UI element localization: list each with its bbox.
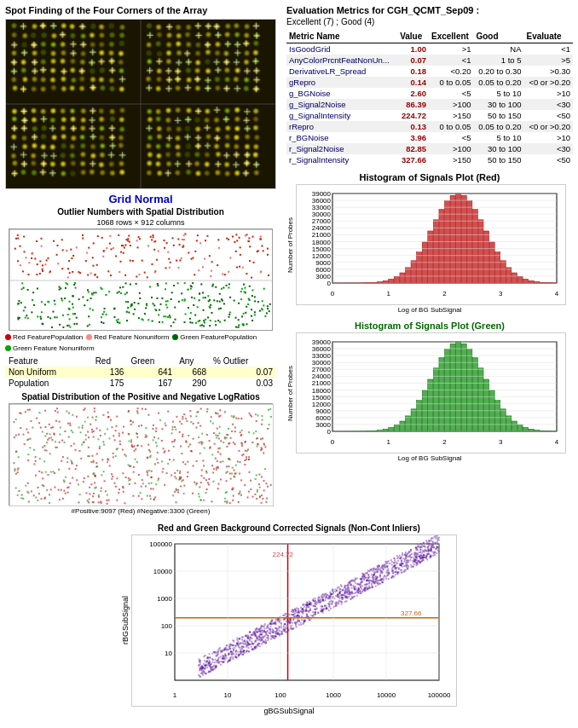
hist-red-xlabel: Log of BG SubSignal [286,306,573,314]
metric-evaluate: <50 [524,154,573,165]
cell-any-2: 290 [176,378,210,389]
metric-value: 0.14 [397,77,429,88]
outlier-subtitle: 1068 rows × 912 columns [5,218,276,227]
eval-subtitle: Excellent (7) ; Good (4) [286,17,573,26]
col-any: Any [176,355,210,367]
metric-excellent: 0 to 0.05 [429,77,473,88]
grid-normal-label: Grid Normal [5,193,276,205]
metric-excellent: >1 [429,43,473,55]
legend: Red FeaturePopulation Red Feature Nonuni… [5,333,276,352]
col-pct: % Outlier [210,355,276,367]
metric-name: IsGoodGrid [286,43,397,55]
metric-good: 0.05 to 0.20 [473,77,523,88]
metric-value: 0.07 [397,55,429,66]
metrics-col-good: Good [473,30,523,43]
metric-name: g_Signal2Noise [286,99,397,110]
legend-green-pop: Green FeaturePopulation [172,333,257,341]
histogram-red-title: Histogram of Signals Plot (Red) [286,172,573,182]
metric-good: 30 to 100 [473,99,523,110]
metric-excellent: >150 [429,110,473,121]
metric-good: 5 to 10 [473,132,523,143]
histogram-green-canvas [296,332,566,454]
legend-dot-green-pop [172,334,178,340]
metrics-col-evaluate: Evaluate [524,30,573,43]
metrics-col-excellent: Excellent [429,30,473,43]
metric-name: r_BGNoise [286,132,397,143]
cell-green-2: 167 [127,378,176,389]
outlier-title: Outlier Numbers with Spatial Distributio… [5,207,276,217]
histogram-red-canvas [296,184,566,305]
metric-evaluate: <30 [524,143,573,154]
legend-dot-red-pop [5,334,11,340]
legend-label-green-nonuniform: Green Feature Nonuniform [13,344,95,352]
metric-evaluate: <30 [524,99,573,110]
metric-name: DerivativeLR_Spread [286,66,397,77]
hist-green-xlabel: Log of BG SubSignal [286,454,573,462]
metric-value: 0.18 [397,66,429,77]
legend-red-nonuniform: Red Feature Nonuniform [86,333,169,341]
legend-red-pop: Red FeaturePopulation [5,333,83,341]
metric-good: 5 to 10 [473,88,523,99]
metric-good: 50 to 150 [473,154,523,165]
metric-excellent: <5 [429,88,473,99]
spatial-canvas [9,404,274,506]
metric-excellent: >150 [429,154,473,165]
metric-excellent: 0 to 0.05 [429,121,473,132]
metrics-table: Metric Name Value Excellent Good Evaluat… [286,30,573,165]
spatial-title: Spatial Distribution of the Positive and… [5,392,276,402]
metrics-col-value: Value [397,30,429,43]
metric-value: 3.96 [397,132,429,143]
metric-value: 2.60 [397,88,429,99]
left-panel: Spot Finding of the Four Corners of the … [0,0,281,520]
metric-name: r_Signal2Noise [286,143,397,154]
metrics-col-name: Metric Name [286,30,397,43]
col-green: Green [127,355,176,367]
legend-label-red-pop: Red FeaturePopulation [13,333,83,341]
metric-evaluate: >5 [524,55,573,66]
metrics-row: IsGoodGrid 1.00 >1 NA <1 [286,43,573,55]
bottom-section: Red and Green Background Corrected Signa… [0,520,578,719]
scatter-canvas [131,534,457,707]
metrics-row: r_BGNoise 3.96 <5 5 to 10 >10 [286,132,573,143]
metrics-row: rRepro 0.13 0 to 0.05 0.05 to 0.20 <0 or… [286,121,573,132]
metric-evaluate: >10 [524,132,573,143]
metric-name: g_BGNoise [286,88,397,99]
metric-good: 50 to 150 [473,110,523,121]
spatial-plot [9,403,273,506]
array-title: Spot Finding of the Four Corners of the … [5,5,276,15]
metric-evaluate: <1 [524,43,573,55]
metrics-row: g_Signal2Noise 86.39 >100 30 to 100 <30 [286,99,573,110]
cell-feature-1: Non Uniform [5,367,92,378]
metrics-row: r_Signal2Noise 82.85 >100 30 to 100 <30 [286,143,573,154]
col-feature: Feature [5,355,92,367]
outlier-canvas [9,229,273,331]
scatter-ylabel: rBGSubSignal [121,596,130,644]
metric-evaluate: <0 or >0.20 [524,121,573,132]
right-panel: Evaluation Metrics for CGH_QCMT_Sep09 : … [281,0,578,520]
cell-red-2: 175 [92,378,128,389]
metric-excellent: <1 [429,55,473,66]
histogram-green-title: Histogram of Signals Plot (Green) [286,321,573,331]
metric-value: 86.39 [397,99,429,110]
metric-value: 224.72 [397,110,429,121]
hist-green-ylabel: Number of Probes [286,366,294,421]
array-image [5,19,276,189]
positive-count: #Positive:9097 (Red) #Negative:3300 (Gre… [5,507,276,515]
cell-green-1: 641 [127,367,176,378]
metric-value: 327.66 [397,154,429,165]
eval-title: Evaluation Metrics for CGH_QCMT_Sep09 : [286,5,573,15]
legend-label-green-pop: Green FeaturePopulation [180,333,257,341]
cell-red-1: 136 [92,367,128,378]
metric-name: AnyColorPrcntFeatNonUn... [286,55,397,66]
array-canvas [6,20,275,188]
outlier-plot [9,228,273,331]
hist-red-ylabel: Number of Probes [286,217,294,273]
legend-green-nonuniform: Green Feature Nonuniform [5,344,95,352]
col-red: Red [92,355,128,367]
scatter-xlabel: gBGSubSignal [5,707,573,715]
metrics-row: r_SignalIntensity 327.66 >150 50 to 150 … [286,154,573,165]
metric-evaluate: <50 [524,110,573,121]
metrics-row: AnyColorPrcntFeatNonUn... 0.07 <1 1 to 5… [286,55,573,66]
legend-dot-green-nonuniform [5,345,11,351]
table-row: Non Uniform 136 641 668 0.07 [5,367,276,378]
